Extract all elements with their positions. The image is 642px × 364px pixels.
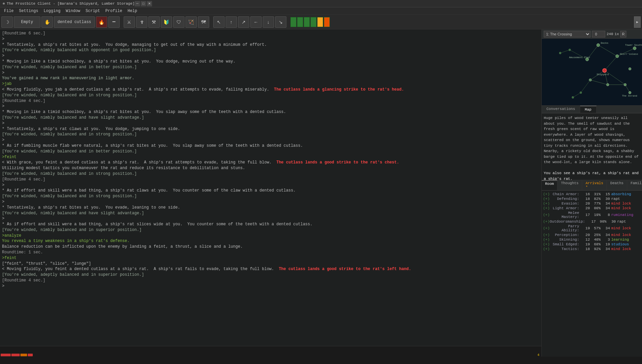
fire-button[interactable]: 🔥 — [96, 16, 107, 28]
line-normal-1: * Tentatively, a ship's rat bites at you… — [2, 42, 539, 48]
stat-plus-evasion[interactable]: (+) — [543, 202, 548, 206]
stat-plus-tactics[interactable]: (+) — [543, 247, 548, 251]
description-area: Huge piles of wood teeter uneasily all a… — [542, 113, 642, 180]
game-output[interactable]: [Roundtime 6 sec.] > * Tentatively, a sh… — [0, 29, 541, 346]
stat-plus-outdoors[interactable]: (+) — [543, 220, 548, 224]
right-hand-item-button[interactable]: dented cutlass — [54, 16, 95, 28]
line-status-7: [You're winded, nimbly balanced and in s… — [2, 171, 539, 177]
dir-btn-6[interactable]: ↘ — [275, 16, 286, 28]
tab-familiar[interactable]: Familiar — [627, 180, 642, 190]
svg-point-17 — [633, 47, 636, 50]
stat-pct-light-armor: 00% — [591, 206, 601, 210]
maximize-button[interactable]: □ — [141, 1, 146, 6]
stat-label-small-edged: studious — [611, 242, 641, 246]
line-normal-5: * As if fumbling muscle flab were natura… — [2, 143, 539, 149]
skill-btn-4[interactable]: 🔰 — [161, 16, 172, 28]
close-button[interactable]: ✕ — [147, 1, 152, 6]
stat-pct-defending: 82% — [591, 197, 601, 201]
tab-map[interactable]: Map — [580, 106, 597, 113]
line-prompt-2: > — [2, 53, 539, 59]
dir-btn-4[interactable]: ← — [250, 16, 262, 28]
stat-label-skinning: learning — [611, 238, 641, 242]
left-hand-item-button[interactable]: Empty — [14, 16, 40, 28]
stat-plus-defending[interactable]: (+) — [543, 197, 548, 201]
stat-plus-perception[interactable]: (+) — [543, 233, 548, 237]
right-hand-icon-button[interactable]: ✋ — [41, 16, 53, 28]
line-prompt-10: > — [2, 283, 539, 289]
svg-text:Shipyard: Shipyard — [597, 73, 609, 76]
stat-plus-light-armor[interactable]: (+) — [543, 206, 548, 210]
svg-point-13 — [616, 54, 619, 57]
dir-btn-5[interactable]: ↓ — [263, 16, 274, 28]
menu-script[interactable]: Script — [83, 8, 103, 14]
stat-plus-small-edged[interactable]: (+) — [543, 242, 548, 246]
menu-logging[interactable]: Logging — [41, 8, 63, 14]
stat-label-outdoors: rapt — [617, 220, 641, 224]
svg-text:Tower South: Tower South — [625, 44, 642, 46]
map-zero-input[interactable] — [592, 31, 605, 37]
tab-conversations[interactable]: Conversations — [542, 106, 580, 113]
line-array-1: ["feint", "thrust", "slice", "lunge"] — [2, 261, 539, 267]
stat-row-tactics: (+) Tactics: 18 92% 34 mind lock — [542, 247, 642, 251]
dir-btn-1[interactable]: ↖ — [213, 16, 225, 28]
skill-btn-1[interactable]: ⚔ — [124, 16, 135, 28]
right-tabs: Conversations Map — [542, 106, 642, 113]
line-roundtime-5: [Roundtime 4 sec.] — [2, 278, 539, 283]
tab-thoughts[interactable]: Thoughts — [557, 180, 582, 190]
stat-plus-skinning[interactable]: (+) — [543, 238, 548, 242]
stat-num-tactics: 34 — [602, 247, 610, 251]
line-prompt-7: > — [2, 183, 539, 188]
stat-plus-parry[interactable]: (+) — [543, 226, 548, 230]
line-normal-10: Balance reduction can be inflicted upon … — [2, 244, 539, 250]
map-r-button[interactable]: R — [620, 31, 626, 37]
dir-btn-2[interactable]: ↑ — [226, 16, 237, 28]
tab-room[interactable]: Room — [542, 180, 557, 190]
stat-pct-chain: 31% — [591, 192, 601, 196]
stat-row-defending: (+) Defending: 18 82% 30 rapt — [542, 197, 642, 201]
command-input[interactable] — [1, 348, 540, 352]
stats-area: (+) Chain Armor: 16 31% 15 absorbing (+)… — [542, 191, 642, 357]
map-svg: Docks Skirr'lolaso Amusement Pier Tower … — [542, 39, 642, 105]
stat-name-defending: Defending: — [550, 197, 581, 201]
menu-window[interactable]: Window — [63, 8, 83, 14]
minimize-button[interactable]: ─ — [135, 1, 140, 6]
window-controls: ─ □ ✕ — [135, 1, 152, 6]
skill-btn-3[interactable]: ⚒ — [148, 16, 160, 28]
svg-point-32 — [572, 96, 574, 98]
see-also-text: You also see a ship's rat, a ship's rat … — [544, 171, 639, 180]
zoom-label: 1x — [615, 32, 619, 36]
stat-val-melee: 17 — [582, 213, 590, 217]
line-command-3: >analyze — [2, 233, 539, 239]
line-status-6: [You're winded, nimbly balanced and in b… — [2, 149, 539, 154]
skill-btn-2[interactable]: 🗡 — [136, 16, 147, 28]
minus-button[interactable]: − — [108, 16, 120, 28]
right-panel: 1: The Crossing 240 1x R — [542, 29, 642, 357]
stat-plus-melee[interactable]: (+) — [543, 213, 548, 217]
health-bar-5 — [317, 17, 323, 27]
menu-help[interactable]: Help — [125, 8, 140, 14]
stat-plus-chain[interactable]: (+) — [543, 192, 548, 196]
dir-btn-3[interactable]: ↗ — [238, 16, 249, 28]
svg-point-24 — [624, 84, 627, 86]
main-layout: [Roundtime 6 sec.] > * Tentatively, a sh… — [0, 29, 642, 357]
stat-num-defending: 30 — [602, 197, 610, 201]
map-area[interactable]: Docks Skirr'lolaso Amusement Pier Tower … — [542, 39, 642, 106]
line-normal-2: * Moving in like a timid schoolboy, a sh… — [2, 59, 539, 65]
skill-btn-5[interactable]: 🛡 — [173, 16, 184, 28]
tab-deaths[interactable]: Deaths — [607, 180, 627, 190]
line-normal-3: * Moving in like a timid schoolboy, a sh… — [2, 109, 539, 115]
stat-label-melee: ruminating — [611, 213, 641, 217]
menu-profile[interactable]: Profile — [103, 8, 125, 14]
menu-file[interactable]: File — [1, 8, 16, 14]
location-select[interactable]: 1: The Crossing — [544, 31, 591, 37]
menu-settings[interactable]: Settings — [16, 8, 41, 14]
skill-btn-6[interactable]: 🏹 — [185, 16, 197, 28]
tab-arrivals[interactable]: Arrivals * — [582, 180, 607, 190]
line-command-1: >jab — [2, 81, 539, 87]
svg-text:Amusement Pier: Amusement Pier — [569, 56, 591, 59]
line-gain-1: You've gained a new rank in maneuvering … — [2, 76, 539, 81]
skill-btn-7[interactable]: 🗺 — [198, 16, 209, 28]
left-hand-icon-button[interactable]: ☽ — [1, 16, 13, 28]
toolbar-expand-button[interactable]: ▶ — [634, 16, 641, 28]
stat-val-chain: 16 — [582, 192, 590, 196]
